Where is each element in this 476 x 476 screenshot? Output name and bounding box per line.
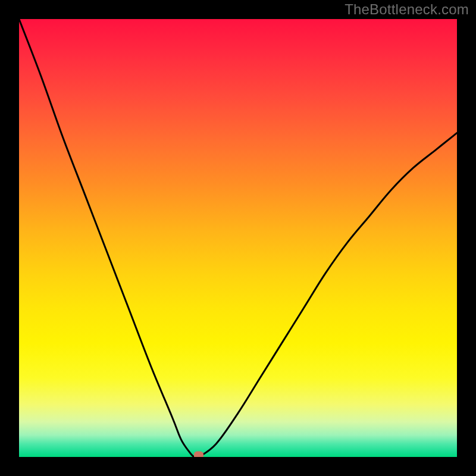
bottleneck-curve — [19, 19, 457, 457]
bottleneck-marker — [194, 452, 203, 458]
chart-frame: TheBottleneck.com — [0, 0, 476, 476]
plot-area — [19, 19, 457, 457]
watermark-text: TheBottleneck.com — [345, 1, 469, 18]
